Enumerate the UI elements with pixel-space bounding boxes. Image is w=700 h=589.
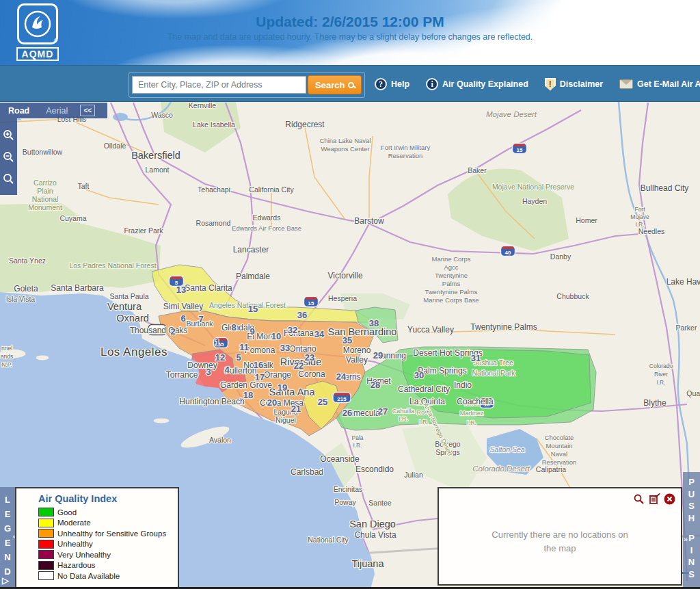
station-marker[interactable]: 12 <box>215 352 225 363</box>
station-marker[interactable]: 35 <box>342 335 352 345</box>
map-label: Blythe <box>643 398 667 408</box>
map-label: Carrizo <box>33 179 57 187</box>
legend-items: GoodModerateUnhealthy for Sensitive Grou… <box>38 508 178 580</box>
tab-aerial[interactable]: Aerial <box>38 106 76 116</box>
map-label: Cathedral City <box>398 384 450 394</box>
station-marker[interactable]: 8 <box>231 322 236 332</box>
station-marker[interactable]: 15 <box>248 304 258 314</box>
aqmd-logo-text: AQMD <box>16 47 59 61</box>
interstate-shield-icon: 40 <box>501 246 515 257</box>
station-marker[interactable]: 32 <box>288 325 297 335</box>
station-marker[interactable]: 16 <box>254 360 263 370</box>
strip-letter: E <box>5 536 11 550</box>
station-marker[interactable]: 5 <box>236 352 241 363</box>
map-label: San Diego <box>349 519 396 529</box>
map-label: Tehachapi <box>198 185 230 194</box>
legend-item-label: Unhealthy for Sensitive Groups <box>57 529 166 538</box>
info-circle-icon: i <box>426 78 438 90</box>
station-marker[interactable]: 3 <box>206 367 211 377</box>
map-label: Fort <box>634 206 645 213</box>
station-marker[interactable]: 6 <box>180 313 185 324</box>
map-label: Orange <box>264 370 291 380</box>
disclaimer-link[interactable]: ! Disclaimer <box>545 78 603 91</box>
map-container[interactable]: 51011515154010215 Lost HillsWascoButtonw… <box>0 102 700 589</box>
station-marker[interactable]: 23 <box>305 352 314 363</box>
delete-pins-icon[interactable] <box>648 493 660 505</box>
zoom-in-icon[interactable] <box>3 129 14 141</box>
interstate-shield-icon: 15 <box>513 144 527 154</box>
map-label: Danby <box>550 252 571 261</box>
map-label: Colorado Desert <box>472 464 530 473</box>
pushpin-panel-icons <box>633 493 675 505</box>
legend-swatch <box>38 529 54 538</box>
map-label: Mojave Desert <box>486 110 537 118</box>
map-zoom-toolbar <box>0 118 17 195</box>
viewbar-collapse-button[interactable]: << <box>80 105 95 116</box>
station-marker[interactable]: 24 <box>336 371 347 382</box>
station-marker[interactable]: 4 <box>224 365 230 375</box>
tab-road[interactable]: Road <box>0 106 38 116</box>
station-marker[interactable]: 31 <box>471 353 481 363</box>
page-title: Updated: 2/6/2015 12:00 PM <box>0 14 700 30</box>
station-marker[interactable]: 27 <box>378 406 388 417</box>
strip-letter: N <box>688 556 695 568</box>
legend-item-label: No Data Available <box>57 572 120 580</box>
station-marker[interactable]: 2 <box>170 326 175 337</box>
station-marker[interactable]: 34 <box>314 329 325 339</box>
alert-shield-icon: ! <box>545 78 556 91</box>
station-marker[interactable]: 30 <box>414 370 424 380</box>
search-button-label: Search <box>315 80 345 90</box>
station-marker[interactable]: 9 <box>250 326 254 337</box>
shield-number: 15 <box>517 147 523 153</box>
station-marker[interactable]: 17 <box>255 372 265 382</box>
station-marker[interactable]: 13 <box>176 285 186 295</box>
pushpins-strip[interactable]: » PUSHPINS <box>683 472 700 589</box>
shield-number: 215 <box>337 396 347 402</box>
map-label: nnel <box>1 345 12 352</box>
station-marker[interactable]: 7 <box>198 314 203 324</box>
station-marker[interactable]: 33 <box>280 343 290 353</box>
station-marker[interactable]: 26 <box>342 408 352 418</box>
air-quality-explained-label: Air Quality Explained <box>442 79 528 89</box>
map-label: Buttonwillow <box>23 148 63 156</box>
map-label: Oceanside <box>320 454 360 464</box>
map-label: Pomona <box>245 345 275 355</box>
station-marker[interactable]: 22 <box>294 361 304 371</box>
pushpin-empty-message: Currently there are no locations on the … <box>439 528 681 555</box>
station-marker[interactable]: 1 <box>215 337 219 348</box>
legend-strip[interactable]: « ▷ LEGEND <box>0 487 15 589</box>
pushpins-expand-icon[interactable]: » <box>684 534 688 546</box>
close-icon[interactable] <box>664 493 675 505</box>
help-link[interactable]: ? Help <box>375 78 409 90</box>
station-marker[interactable]: 36 <box>297 310 307 320</box>
map-label: Bakersfield <box>131 150 180 161</box>
station-marker[interactable]: 29 <box>373 350 383 361</box>
air-quality-explained-link[interactable]: i Air Quality Explained <box>426 78 528 90</box>
map-label: Weapons Center <box>321 145 369 153</box>
search-input[interactable] <box>132 76 306 94</box>
station-marker[interactable]: 38 <box>369 318 379 328</box>
help-label: Help <box>391 79 409 89</box>
search-button[interactable]: Search <box>308 75 362 94</box>
station-marker[interactable]: 10 <box>271 331 281 341</box>
legend-arrow-icon[interactable]: ▷ <box>2 573 9 588</box>
zoom-to-pins-icon[interactable] <box>633 493 645 505</box>
legend-panel: Air Quality Index GoodModerateUnhealthy … <box>15 487 179 589</box>
station-marker[interactable]: 19 <box>278 382 287 393</box>
station-marker[interactable]: 18 <box>243 390 253 400</box>
station-marker[interactable]: 20 <box>267 397 277 408</box>
station-marker[interactable]: 21 <box>291 404 301 414</box>
map-label: Chula Vista <box>354 530 396 540</box>
map-label: Parker <box>676 324 697 332</box>
map-label: Frazier Park <box>124 226 163 235</box>
map-label: I.R. <box>399 415 408 422</box>
zoom-search-icon[interactable] <box>3 173 14 185</box>
map-label: Victorville <box>327 271 362 280</box>
station-marker[interactable]: 25 <box>318 397 327 407</box>
map-label: Valley <box>346 355 368 365</box>
zoom-out-icon[interactable] <box>3 151 14 163</box>
station-marker[interactable]: 11 <box>239 342 249 352</box>
email-alerts-link[interactable]: Get E-Mail Air Alerts <box>619 79 700 89</box>
map-label: Lake Isabella <box>193 120 235 129</box>
station-marker[interactable]: 28 <box>371 380 380 390</box>
